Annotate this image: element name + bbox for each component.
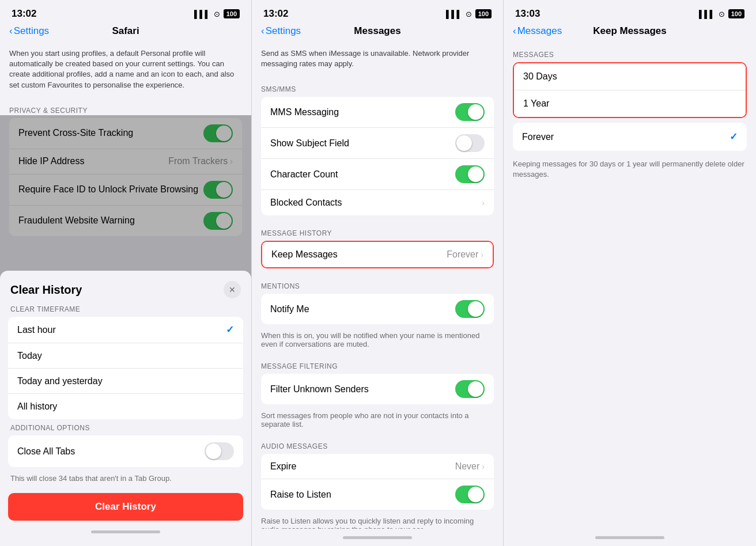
character-count-toggle[interactable] bbox=[455, 165, 485, 183]
wifi-icon-2: ⊙ bbox=[466, 10, 472, 18]
additional-section-header: ADDITIONAL OPTIONS bbox=[0, 424, 251, 435]
keep-messages-row[interactable]: Keep Messages Forever › bbox=[262, 242, 493, 267]
back-chevron-1: ‹ bbox=[9, 25, 13, 37]
character-count-label: Character Count bbox=[270, 169, 455, 180]
nav-back-keep[interactable]: ‹ Messages bbox=[513, 25, 562, 37]
notify-me-row[interactable]: Notify Me bbox=[261, 294, 494, 324]
signal-icon-2: ▌▌▌ bbox=[446, 10, 462, 18]
expire-label: Expire bbox=[270, 461, 455, 472]
today-yesterday-label: Today and yesterday bbox=[17, 376, 103, 386]
filter-unknown-toggle[interactable] bbox=[455, 380, 485, 398]
nav-back-messages[interactable]: ‹ Settings bbox=[261, 25, 301, 37]
timeframe-today[interactable]: Today bbox=[8, 343, 243, 369]
filter-unknown-row[interactable]: Filter Unknown Senders bbox=[261, 374, 494, 404]
all-history-label: All history bbox=[17, 401, 57, 412]
history-section-header: MESSAGE HISTORY bbox=[252, 220, 503, 241]
close-tabs-desc: This will close 34 tabs that aren't in a… bbox=[0, 472, 251, 488]
timeframe-today-yesterday[interactable]: Today and yesterday bbox=[8, 369, 243, 394]
keep-messages-chevron: › bbox=[481, 250, 483, 259]
back-chevron-3: ‹ bbox=[513, 25, 516, 37]
forever-group: Forever ✓ bbox=[513, 123, 747, 151]
signal-icon-3: ▌▌▌ bbox=[699, 10, 715, 18]
home-bar-1 bbox=[91, 530, 160, 533]
expire-row[interactable]: Expire Never › bbox=[261, 454, 494, 479]
1-year-row[interactable]: 1 Year bbox=[514, 90, 746, 117]
nav-title-keep: Keep Messages bbox=[593, 25, 667, 37]
notify-me-label: Notify Me bbox=[270, 304, 455, 314]
nav-title-messages: Messages bbox=[354, 25, 400, 37]
show-subject-label: Show Subject Field bbox=[270, 138, 455, 149]
raise-listen-row[interactable]: Raise to Listen bbox=[261, 479, 494, 510]
nav-bar-1: ‹ Settings Safari bbox=[0, 23, 251, 41]
timeframe-all-history[interactable]: All history bbox=[8, 394, 243, 419]
timeframe-options-group: Last hour ✓ Today Today and yesterday Al… bbox=[8, 317, 243, 419]
popup-title: Clear History bbox=[10, 283, 82, 297]
back-label-3[interactable]: Messages bbox=[517, 25, 562, 37]
close-tabs-toggle[interactable] bbox=[205, 442, 234, 460]
expire-value-text: Never bbox=[455, 461, 480, 472]
mms-label: MMS Messaging bbox=[270, 107, 455, 117]
nav-back-safari[interactable]: ‹ Settings bbox=[9, 25, 49, 37]
show-subject-toggle[interactable] bbox=[455, 134, 485, 152]
back-label-2[interactable]: Settings bbox=[266, 25, 301, 37]
popup-header: Clear History ✕ bbox=[0, 271, 251, 305]
character-count-row[interactable]: Character Count bbox=[261, 159, 494, 190]
blocked-contacts-row[interactable]: Blocked Contacts › bbox=[261, 190, 494, 215]
close-tabs-row[interactable]: Close All Tabs bbox=[8, 435, 243, 467]
nav-title-safari: Safari bbox=[112, 25, 139, 37]
today-label: Today bbox=[17, 351, 42, 361]
timeframe-last-hour[interactable]: Last hour ✓ bbox=[8, 317, 243, 343]
safari-description: When you start using profiles, a default… bbox=[0, 41, 251, 97]
close-tabs-label: Close All Tabs bbox=[17, 446, 75, 457]
messages-panel: 13:02 ▌▌▌ ⊙ 100 ‹ Settings Messages Send… bbox=[252, 0, 504, 546]
expire-value: Never › bbox=[455, 461, 485, 472]
timeframe-section-header: CLEAR TIMEFRAME bbox=[0, 305, 251, 317]
forever-check: ✓ bbox=[729, 131, 738, 143]
back-chevron-2: ‹ bbox=[261, 25, 264, 37]
nav-bar-3: ‹ Messages Keep Messages bbox=[504, 23, 756, 41]
show-subject-row[interactable]: Show Subject Field bbox=[261, 128, 494, 159]
filter-unknown-label: Filter Unknown Senders bbox=[270, 384, 455, 395]
mms-messaging-row[interactable]: MMS Messaging bbox=[261, 97, 494, 128]
wifi-icon-3: ⊙ bbox=[719, 10, 725, 18]
raise-listen-desc: Raise to Listen allows you to quickly li… bbox=[252, 514, 503, 529]
audio-section-header: AUDIO MESSAGES bbox=[252, 433, 503, 454]
mentions-group: Notify Me bbox=[261, 294, 494, 324]
30-days-label: 30 Days bbox=[523, 71, 557, 82]
battery-1: 100 bbox=[224, 9, 240, 18]
wifi-icon-1: ⊙ bbox=[214, 10, 220, 18]
forever-label: Forever bbox=[522, 132, 554, 142]
home-indicator-3 bbox=[504, 529, 756, 546]
battery-2: 100 bbox=[475, 9, 492, 18]
mentions-section-header: MENTIONS bbox=[252, 273, 503, 294]
blocked-contacts-chevron: › bbox=[482, 198, 485, 207]
keep-messages-content: MESSAGES 30 Days 1 Year Forever ✓ Keepin… bbox=[504, 41, 756, 529]
time-2: 13:02 bbox=[263, 8, 288, 20]
battery-3: 100 bbox=[728, 9, 744, 18]
popup-close-button[interactable]: ✕ bbox=[224, 281, 241, 298]
send-sms-desc: Send as SMS when iMessage is unavailable… bbox=[252, 41, 503, 76]
forever-row[interactable]: Forever ✓ bbox=[513, 123, 747, 151]
keep-messages-group: Keep Messages Forever › bbox=[261, 241, 494, 268]
mms-toggle[interactable] bbox=[455, 103, 485, 121]
signal-icon-1: ▌▌▌ bbox=[194, 10, 210, 18]
nav-bar-2: ‹ Settings Messages bbox=[252, 23, 503, 41]
messages-content: Send as SMS when iMessage is unavailable… bbox=[252, 41, 503, 529]
back-label-1[interactable]: Settings bbox=[14, 25, 49, 37]
1-year-label: 1 Year bbox=[523, 98, 549, 109]
keep-messages-value-text: Forever bbox=[447, 249, 478, 260]
raise-listen-label: Raise to Listen bbox=[270, 490, 455, 500]
30-days-row[interactable]: 30 Days bbox=[514, 63, 746, 90]
messages-options-header: MESSAGES bbox=[504, 41, 756, 62]
status-bar-2: 13:02 ▌▌▌ ⊙ 100 bbox=[252, 0, 503, 23]
clear-history-button[interactable]: Clear History bbox=[8, 493, 243, 521]
keep-messages-label: Keep Messages bbox=[271, 249, 447, 260]
notify-me-desc: When this is on, you will be notified wh… bbox=[252, 329, 503, 348]
home-bar-3 bbox=[595, 536, 664, 539]
keep-options-highlighted-group: 30 Days 1 Year bbox=[513, 62, 747, 118]
sms-section-header: SMS/MMS bbox=[252, 76, 503, 97]
raise-listen-toggle[interactable] bbox=[455, 486, 485, 503]
notify-me-toggle[interactable] bbox=[455, 300, 485, 318]
time-3: 13:03 bbox=[515, 8, 540, 20]
home-indicator-2 bbox=[252, 529, 503, 546]
